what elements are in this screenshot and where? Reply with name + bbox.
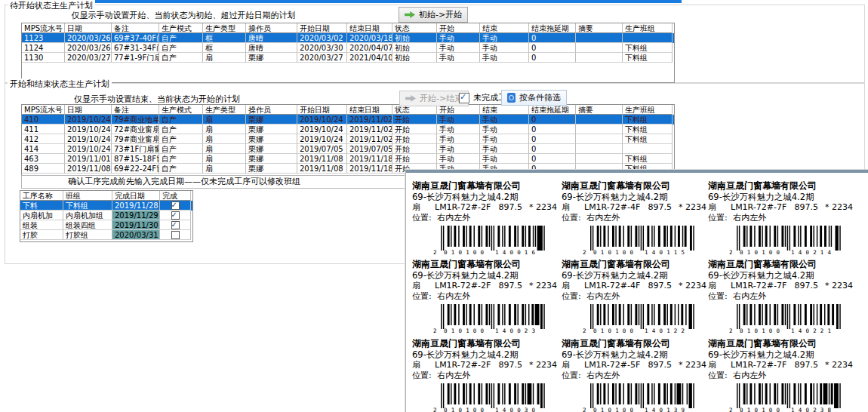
label-project: 69-长沙万科魅力之城4.2期 bbox=[412, 270, 562, 281]
label-model: LM1R-72#-2F bbox=[435, 360, 499, 370]
table-cell bbox=[160, 220, 191, 230]
pending-plans-table[interactable]: MPS流水号日期备注生产模式生产类型操作员开始日期结束日期状态开始结束结束拖延期… bbox=[21, 23, 675, 83]
table-row[interactable]: 组装组装四组2019/11/30 bbox=[20, 220, 192, 230]
table-cell: 开始 bbox=[392, 144, 437, 154]
label-product-type: 扇 bbox=[412, 202, 435, 213]
column-header[interactable]: 生产模式 bbox=[159, 105, 203, 115]
label-model: LM1R-72#-2F bbox=[435, 202, 499, 213]
label-location-key: 位置: bbox=[412, 291, 432, 301]
table-row[interactable]: 下料下料组2019/11/28 bbox=[20, 201, 192, 211]
label-location-line: 位置: 右内左外 bbox=[562, 291, 711, 302]
svg-text:140115: 140115 bbox=[645, 249, 688, 256]
column-header[interactable]: 生产模式 bbox=[159, 23, 203, 33]
barcode-icon: 2010100140238 bbox=[729, 383, 857, 412]
column-header[interactable]: 结束日期 bbox=[347, 105, 392, 115]
column-header[interactable]: MPS流水号 bbox=[22, 23, 65, 33]
table-cell: 栗娜 bbox=[246, 53, 297, 63]
label-spec-line: 扇 LM1R-72#-7F 897.5 * 2234 bbox=[708, 360, 853, 370]
column-header[interactable]: 生产班组 bbox=[623, 23, 673, 33]
table-cell: 初始 bbox=[392, 43, 437, 53]
barcode-icon: 2010100140122 bbox=[583, 304, 711, 334]
table-row[interactable]: 11232020/03/2669#37-40F门框自产框唐晴2020/03/02… bbox=[22, 33, 674, 43]
barcode-icon: 2010100140023 bbox=[433, 304, 562, 334]
print-label: 湖南亘晟门窗幕墙有限公司 69-长沙万科魅力之城4.2期 扇 LM1R-72#-… bbox=[562, 180, 711, 256]
row-checkbox[interactable] bbox=[171, 201, 180, 210]
column-header[interactable]: 摘要 bbox=[576, 23, 623, 33]
row-checkbox[interactable] bbox=[171, 211, 180, 220]
column-header[interactable]: 结束 bbox=[480, 105, 529, 115]
column-header[interactable]: 结束日期 bbox=[347, 23, 392, 33]
label-spec-line: 扇 LM1R-72#-4F 897.5 * 2234 bbox=[562, 202, 706, 213]
column-header[interactable]: 班组 bbox=[63, 191, 112, 201]
table-row[interactable]: 4142019/10/2473#1F门扇窗扇自产扇栗娜2019/07/05201… bbox=[22, 144, 674, 154]
label-model: LM1R-72#-4F bbox=[584, 202, 648, 213]
column-header[interactable]: MPS流水号 bbox=[22, 105, 65, 115]
checkbox-icon[interactable] bbox=[459, 93, 469, 103]
table-cell: 2020/03/02 bbox=[297, 33, 347, 43]
label-height: * 2234 bbox=[679, 281, 706, 291]
label-product-type: 扇 bbox=[708, 202, 731, 213]
column-header[interactable]: 生产类型 bbox=[203, 105, 246, 115]
label-location-value: 右内左外 bbox=[584, 213, 620, 223]
barcode-icon: 2010100140214 bbox=[729, 226, 857, 256]
table-row[interactable]: 4112019/10/2472#商业窗扇自产扇栗娜2019/10/242019/… bbox=[22, 125, 674, 134]
table-row[interactable]: 内扇机加内扇机加组2019/11/29 bbox=[20, 211, 192, 220]
table-cell: 自产 bbox=[159, 144, 203, 154]
row-checkbox[interactable] bbox=[171, 231, 180, 239]
column-header[interactable]: 结束拖延期 bbox=[529, 105, 576, 115]
column-header[interactable]: 备注 bbox=[112, 105, 159, 115]
table-cell: 2020/03/26 bbox=[65, 33, 112, 43]
table-row[interactable]: 4632019/11/0187#15-18F窗扇自产扇栗娜2019/11/082… bbox=[22, 154, 674, 164]
svg-text:010100: 010100 bbox=[740, 327, 783, 334]
filter-by-condition-button[interactable]: 按条件筛选 bbox=[501, 90, 567, 106]
label-location-line: 位置: 右内左外 bbox=[412, 291, 562, 302]
column-header[interactable]: 结束拖延期 bbox=[529, 23, 576, 33]
print-label: 湖南亘晟门窗幕墙有限公司 69-长沙万科魅力之城4.2期 扇 LM1R-72#-… bbox=[412, 338, 562, 412]
svg-text:140030: 140030 bbox=[495, 407, 539, 412]
table-cell bbox=[576, 134, 623, 144]
table-cell: 411 bbox=[22, 125, 65, 134]
label-model: LM1R-72#-2F bbox=[435, 281, 499, 291]
column-header[interactable]: 结束 bbox=[480, 23, 529, 33]
svg-text:010100: 010100 bbox=[444, 327, 488, 334]
column-header[interactable]: 开始 bbox=[437, 23, 480, 33]
label-location-value: 右内左外 bbox=[731, 370, 767, 380]
label-spec-line: 扇 LM1R-72#-2F 897.5 * 2234 bbox=[412, 281, 557, 291]
table-cell: 0 bbox=[529, 43, 576, 53]
row-checkbox[interactable] bbox=[171, 221, 180, 229]
table-row[interactable]: 4102019/10/2479#商业地单…自产扇栗娜2019/10/242019… bbox=[22, 115, 674, 125]
label-model: LM1R-72#-4F bbox=[584, 281, 648, 291]
column-header[interactable]: 操作员 bbox=[246, 23, 297, 33]
table-row[interactable]: 打胶打胶组2020/03/31 bbox=[20, 230, 192, 240]
table-cell: 1130 bbox=[22, 53, 65, 63]
column-header[interactable]: 完成 bbox=[160, 191, 191, 201]
table-cell: 打胶组 bbox=[63, 230, 112, 240]
column-header[interactable]: 开始日期 bbox=[297, 23, 347, 33]
label-width: 897.5 bbox=[648, 202, 673, 213]
svg-text:010100: 010100 bbox=[740, 407, 783, 412]
table-row[interactable]: 11302020/03/2777#1-9F门扇自产扇栗娜2020/03/2720… bbox=[22, 53, 674, 63]
active-plans-table[interactable]: MPS流水号日期备注生产模式生产类型操作员开始日期结束日期状态开始结束结束拖延期… bbox=[21, 104, 675, 176]
column-header[interactable]: 生产类型 bbox=[203, 23, 246, 33]
table-cell: 1123 bbox=[22, 33, 65, 43]
column-header[interactable]: 开始日期 bbox=[297, 105, 347, 115]
column-header[interactable]: 日期 bbox=[65, 23, 112, 33]
column-header[interactable]: 备注 bbox=[112, 23, 159, 33]
column-header[interactable]: 工序名称 bbox=[20, 191, 63, 201]
process-completion-table[interactable]: 工序名称班组完成日期完成下料下料组2019/11/28内扇机加内扇机加组2019… bbox=[20, 190, 193, 242]
label-spec-line: 扇 LM1R-72#-7F 897.5 * 2234 bbox=[708, 202, 853, 213]
table-cell: 0 bbox=[529, 115, 576, 125]
label-height: * 2234 bbox=[529, 360, 557, 370]
table-cell bbox=[623, 144, 673, 154]
table-row[interactable]: 11242020/03/2667#31-34F门框自产框唐晴2020/03/30… bbox=[22, 43, 674, 53]
column-header[interactable]: 摘要 bbox=[576, 105, 623, 115]
column-header[interactable]: 操作员 bbox=[246, 105, 297, 115]
init-to-start-button[interactable]: 初始->开始 bbox=[399, 7, 468, 23]
column-header[interactable]: 状态 bbox=[392, 23, 437, 33]
svg-text:140139: 140139 bbox=[645, 407, 688, 412]
column-header[interactable]: 生产班组 bbox=[623, 105, 673, 115]
column-header[interactable]: 完成日期 bbox=[112, 191, 160, 201]
column-header[interactable]: 日期 bbox=[65, 105, 112, 115]
table-row[interactable]: 4122019/10/2479#商业窗扇自产扇栗娜2019/10/242019/… bbox=[22, 134, 674, 144]
table-cell: 2019/11/02 bbox=[347, 125, 392, 134]
